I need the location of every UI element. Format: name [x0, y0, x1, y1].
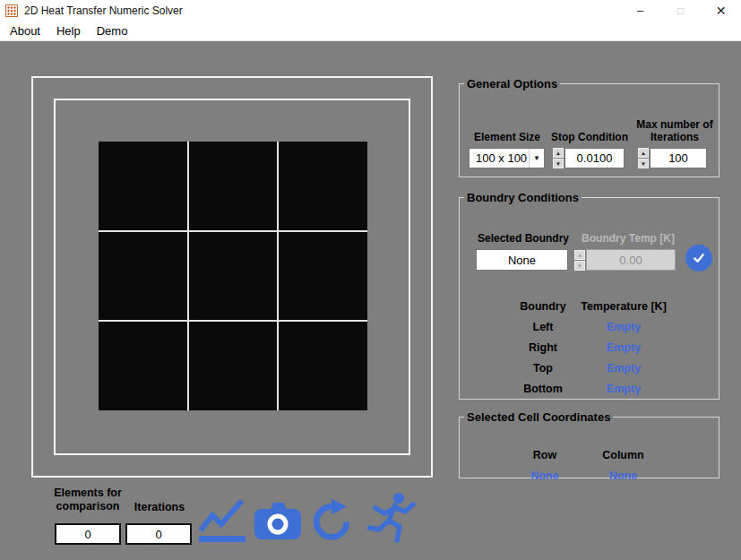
- spin-up-icon: ▲: [574, 250, 585, 260]
- run-icon: [367, 491, 416, 547]
- grid-cell[interactable]: [189, 142, 278, 230]
- spin-up-icon[interactable]: ▲: [553, 148, 564, 158]
- grid-cell[interactable]: [279, 142, 367, 230]
- boundary-temp-value: Empty: [579, 383, 668, 395]
- element-size-select[interactable]: 100 x 100 ▼: [469, 148, 545, 168]
- spin-down-icon[interactable]: ▼: [638, 159, 649, 168]
- grid-cell[interactable]: [99, 142, 187, 230]
- app-window: 2D Heat Transfer Numeric Solver – □ ✕ Ab…: [0, 0, 741, 560]
- window-controls: – □ ✕: [620, 0, 741, 21]
- reset-button[interactable]: [309, 497, 354, 547]
- boundary-temp-input: [586, 249, 676, 271]
- selected-cell-title: Selected Cell Coordinates: [464, 410, 613, 424]
- boundary-column-header: Boundry: [503, 300, 583, 313]
- general-options-title: General Options: [464, 77, 560, 90]
- temperature-column-header: Temperature [K]: [579, 300, 668, 313]
- iterations-label: Iterations: [128, 501, 191, 514]
- selected-boundary-value: None: [508, 254, 536, 267]
- window-title: 2D Heat Transfer Numeric Solver: [24, 4, 183, 17]
- boundary-temp-label: Boundry Temp [K]: [574, 232, 682, 245]
- menu-bar: About Help Demo: [0, 21, 741, 41]
- boundary-temp-value: Empty: [579, 362, 668, 375]
- menu-demo[interactable]: Demo: [89, 21, 136, 40]
- boundary-name: Bottom: [503, 383, 583, 395]
- stop-condition-label: Stop Condition: [545, 131, 634, 143]
- snapshot-button[interactable]: [254, 502, 302, 545]
- max-iterations-input[interactable]: [650, 148, 707, 168]
- selected-boundary-select[interactable]: None: [476, 249, 568, 271]
- app-icon: [5, 4, 18, 17]
- grid-cell[interactable]: [189, 232, 278, 321]
- grid-cell[interactable]: [189, 322, 278, 410]
- grid-cell[interactable]: [279, 322, 367, 410]
- boundary-conditions-group: Boundry Conditions Selected Boundry None…: [459, 191, 719, 400]
- selected-row-value: None: [504, 470, 585, 482]
- refresh-icon: [309, 497, 354, 544]
- selected-cell-group: Selected Cell Coordinates Row Column Non…: [459, 410, 719, 478]
- row-header: Row: [504, 449, 585, 461]
- general-options-group: General Options Element Size 100 x 100 ▼…: [459, 77, 719, 177]
- menu-help[interactable]: Help: [48, 21, 89, 40]
- minimize-button[interactable]: –: [620, 0, 660, 21]
- boundary-name: Right: [503, 341, 583, 354]
- apply-boundary-button[interactable]: [685, 245, 712, 271]
- spin-down-icon: ▼: [574, 261, 585, 271]
- column-header: Column: [581, 449, 666, 461]
- plot-results-button[interactable]: [197, 495, 249, 548]
- maximize-button[interactable]: □: [660, 0, 701, 21]
- boundary-temp-value: Empty: [579, 341, 668, 354]
- max-iterations-spinner: ▲ ▼: [638, 148, 649, 168]
- iterations-input[interactable]: [125, 523, 192, 545]
- run-solver-button[interactable]: [367, 491, 416, 550]
- grid-cell[interactable]: [99, 232, 187, 321]
- close-button[interactable]: ✕: [701, 0, 741, 21]
- check-icon: [690, 249, 708, 267]
- boundary-temp-spinner: ▲ ▼: [574, 250, 585, 271]
- selected-boundary-label: Selected Boundry: [474, 232, 573, 245]
- dropdown-arrow-icon: ▼: [529, 149, 544, 168]
- element-size-value: 100 x 100: [470, 151, 529, 165]
- camera-icon: [254, 502, 302, 541]
- boundary-temp-value: Empty: [579, 321, 668, 333]
- selected-column-value: None: [581, 470, 666, 482]
- stop-condition-spinner: ▲ ▼: [553, 148, 564, 168]
- grid-cell[interactable]: [99, 322, 187, 410]
- element-size-label: Element Size: [469, 131, 546, 143]
- chart-icon: [197, 495, 249, 545]
- boundary-name: Left: [503, 321, 583, 333]
- spin-down-icon[interactable]: ▼: [553, 159, 564, 168]
- stop-condition-input[interactable]: [564, 148, 625, 168]
- elements-for-comparison-label: Elements for comparison: [47, 487, 128, 513]
- max-iterations-label: Max number of Iterations: [631, 118, 719, 144]
- boundary-name: Top: [503, 362, 583, 375]
- grid-cell[interactable]: [279, 232, 367, 321]
- spin-up-icon[interactable]: ▲: [638, 148, 649, 158]
- boundary-conditions-title: Boundry Conditions: [464, 191, 582, 204]
- menu-about[interactable]: About: [2, 21, 48, 40]
- elements-for-comparison-input[interactable]: [55, 523, 121, 545]
- element-grid: [99, 142, 367, 410]
- title-bar: 2D Heat Transfer Numeric Solver – □ ✕: [0, 0, 741, 21]
